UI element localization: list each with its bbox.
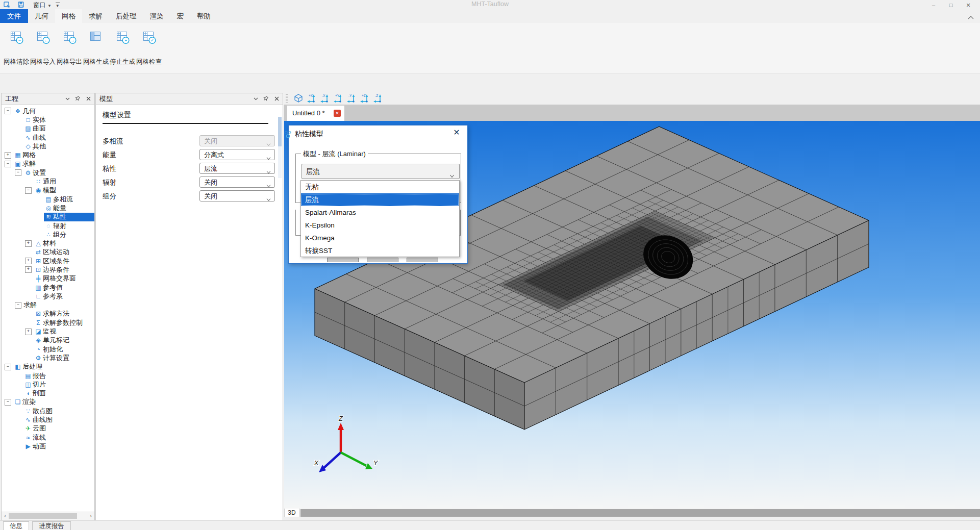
minimize-button[interactable]: – xyxy=(925,1,942,10)
tree-item-settings[interactable]: −⚙设置 xyxy=(2,168,94,177)
tree-item-initialization[interactable]: ◔初始化 xyxy=(2,345,94,354)
scrollbar-thumb[interactable] xyxy=(9,513,77,519)
tree-item-streamline[interactable]: ≈流线 xyxy=(2,433,94,442)
collapse-box-icon[interactable]: − xyxy=(15,169,21,176)
dialog-button-fragment[interactable] xyxy=(327,258,359,262)
maximize-button[interactable]: □ xyxy=(942,1,960,10)
view-plus-y-icon[interactable]: +Y xyxy=(332,93,345,104)
expand-box-icon[interactable]: + xyxy=(25,258,32,264)
tree-item-reference-values[interactable]: ▥参考值 xyxy=(2,283,94,292)
pin-icon[interactable] xyxy=(262,95,270,103)
scroll-left-arrow[interactable]: ‹ xyxy=(2,512,9,520)
status-tab-1[interactable]: 进度报告 xyxy=(32,521,71,530)
ribbon-button-mesh-check[interactable]: ✓网格检查 xyxy=(136,28,162,73)
tree-item-other[interactable]: ◇其他 xyxy=(2,142,94,150)
collapse-box-icon[interactable]: − xyxy=(15,302,21,309)
expand-box-icon[interactable]: + xyxy=(25,240,32,247)
tree-item-solution-methods[interactable]: ⊠求解方法 xyxy=(2,310,94,318)
dropdown-4[interactable]: 关闭 xyxy=(199,190,275,201)
tree-item-section[interactable]: ◖剖面 xyxy=(2,389,94,398)
toolbar-drag-handle[interactable] xyxy=(286,94,288,103)
collapse-box-icon[interactable]: − xyxy=(5,364,11,370)
tree-item-material[interactable]: +△材料 xyxy=(2,239,94,247)
dialog-button-fragment[interactable] xyxy=(407,258,438,262)
tree-item-zone-conditions[interactable]: +⊞区域条件 xyxy=(2,257,94,265)
pin-icon[interactable] xyxy=(74,95,82,103)
isometric-view-icon[interactable] xyxy=(292,93,305,104)
chevron-down-icon[interactable] xyxy=(64,95,71,103)
menu-tab-0[interactable]: 几何 xyxy=(28,9,55,23)
view-minus-x-icon[interactable]: -X xyxy=(318,93,332,104)
tree-item-model[interactable]: −◉模型 xyxy=(2,186,94,195)
viscous-model-combobox[interactable]: 层流 xyxy=(301,164,460,179)
menu-tab-2[interactable]: 求解 xyxy=(82,9,109,23)
dropdown-option-4[interactable]: K-Omega xyxy=(301,232,459,244)
tab-close-icon[interactable]: ✕ xyxy=(334,110,341,117)
dropdown-option-1[interactable]: 层流 xyxy=(301,193,459,206)
dropdown-3[interactable]: 关闭 xyxy=(199,176,275,188)
menu-tab-3[interactable]: 后处理 xyxy=(109,9,143,23)
close-icon[interactable] xyxy=(273,95,281,103)
tree-item-curve-plot[interactable]: ∿曲线图 xyxy=(2,415,94,424)
collapse-box-icon[interactable]: − xyxy=(5,399,11,406)
menu-tab-1[interactable]: 网格 xyxy=(55,9,82,23)
ribbon-button-stop-generate[interactable]: ●停止生成 xyxy=(109,28,136,73)
tree-item-report[interactable]: ▤报告 xyxy=(2,371,94,380)
tree-item-radiation[interactable]: ◌辐射 xyxy=(2,221,94,230)
tree-item-solution-controls[interactable]: Σ求解参数控制 xyxy=(2,318,94,327)
tree-item-slice[interactable]: ◫切片 xyxy=(2,380,94,389)
collapse-ribbon-icon[interactable] xyxy=(967,14,975,20)
dropdown-option-3[interactable]: K-Epsilon xyxy=(301,219,459,232)
collapse-box-icon[interactable]: − xyxy=(5,161,11,167)
model-panel-scrollbar[interactable] xyxy=(278,117,282,178)
chevron-down-icon[interactable] xyxy=(252,95,260,103)
tree-item-zone-motion[interactable]: ⇄区域运动 xyxy=(2,248,94,257)
menu-tab-6[interactable]: 帮助 xyxy=(190,9,217,23)
view-plus-z-icon[interactable]: +Z xyxy=(358,93,371,104)
tree-item-geometry[interactable]: −❖几何 xyxy=(2,107,94,115)
dropdown-option-5[interactable]: 转捩SST xyxy=(301,244,459,257)
dialog-close-icon[interactable]: ✕ xyxy=(452,128,461,137)
expand-box-icon[interactable]: + xyxy=(25,329,32,335)
tree-item-postprocess[interactable]: −◧后处理 xyxy=(2,363,94,371)
tree-item-mesh[interactable]: +▦网格 xyxy=(2,150,94,159)
dropdown-1[interactable]: 分离式 xyxy=(199,149,275,160)
collapse-box-icon[interactable]: − xyxy=(25,187,32,194)
collapse-box-icon[interactable]: − xyxy=(5,108,11,114)
tree-item-run-settings[interactable]: ⚙计算设置 xyxy=(2,354,94,362)
view-minus-z-icon[interactable]: -Z xyxy=(371,93,385,104)
ribbon-button-mesh-generate[interactable]: 网格生成 xyxy=(83,28,109,73)
ribbon-button-mesh-export[interactable]: →网格导出 xyxy=(56,28,83,73)
tree-item-cell-marker[interactable]: ◈单元标记 xyxy=(2,336,94,345)
tree-item-general[interactable]: ∷通用 xyxy=(2,177,94,186)
document-tab[interactable]: Untitled 0 * ✕ xyxy=(287,106,344,121)
tree-item-monitors[interactable]: +◪监视 xyxy=(2,327,94,336)
close-icon[interactable] xyxy=(85,95,92,103)
dialog-button-fragment[interactable] xyxy=(367,258,398,262)
tree-horizontal-scrollbar[interactable]: ‹ › xyxy=(2,512,94,520)
menu-tab-5[interactable]: 宏 xyxy=(170,9,191,23)
status-tab-0[interactable]: 信息 xyxy=(3,521,29,530)
scroll-right-arrow[interactable]: › xyxy=(87,512,94,520)
tree-item-null[interactable]: −求解 xyxy=(2,301,94,310)
tree-item-animation[interactable]: ▶动画 xyxy=(2,442,94,450)
tree-item-solve[interactable]: −▣求解 xyxy=(2,160,94,168)
tree-item-render[interactable]: −❏渲染 xyxy=(2,398,94,407)
tree-item-multiphase[interactable]: ▤多相流 xyxy=(2,195,94,204)
view-3d-tab[interactable]: 3D xyxy=(284,509,299,517)
tree-item-surface[interactable]: ▨曲面 xyxy=(2,124,94,133)
tree-item-scatter-plot[interactable]: ∵散点图 xyxy=(2,407,94,415)
close-button[interactable]: ✕ xyxy=(960,1,977,10)
tree-item-species[interactable]: ∴组分 xyxy=(2,230,94,239)
dropdown-option-2[interactable]: Spalart-Allmaras xyxy=(301,206,459,219)
view-plus-x-icon[interactable]: +X xyxy=(305,93,318,104)
menu-file-button[interactable]: 文件 xyxy=(0,9,28,23)
tree-item-mesh-interface[interactable]: ╪网格交界面 xyxy=(2,274,94,283)
view-minus-y-icon[interactable]: -Y xyxy=(345,93,358,104)
dropdown-option-0[interactable]: 无粘 xyxy=(301,181,459,193)
tree-item-contour[interactable]: ✈云图 xyxy=(2,424,94,433)
tree-item-boundary-conditions[interactable]: +⊡边界条件 xyxy=(2,265,94,274)
scrollbar-thumb[interactable] xyxy=(278,117,282,146)
tree-item-reference-frame[interactable]: ∟参考系 xyxy=(2,292,94,300)
ribbon-button-mesh-import[interactable]: ←网格导入 xyxy=(30,28,56,73)
